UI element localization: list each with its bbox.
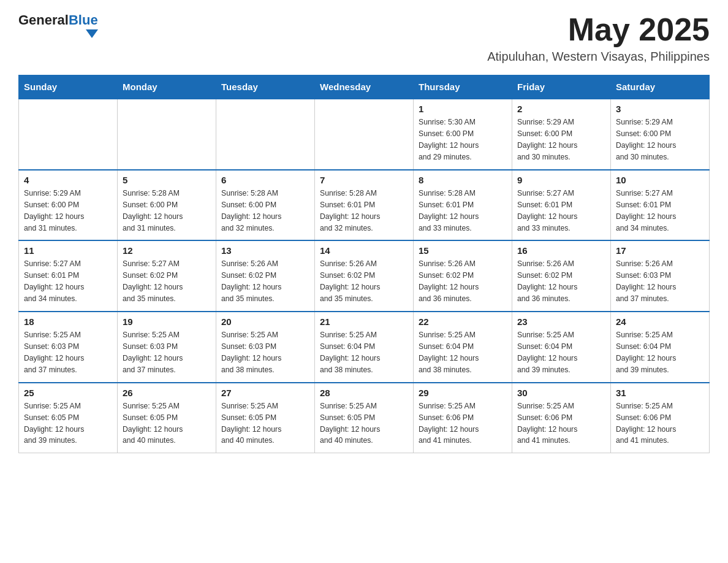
calendar-day-23: 23Sunrise: 5:25 AMSunset: 6:04 PMDayligh… [512,312,611,383]
day-number: 5 [123,175,211,185]
calendar-day-17: 17Sunrise: 5:26 AMSunset: 6:03 PMDayligh… [611,240,710,312]
calendar-day-24: 24Sunrise: 5:25 AMSunset: 6:04 PMDayligh… [611,312,710,383]
day-number: 9 [517,175,605,185]
day-info: Sunrise: 5:28 AMSunset: 6:00 PMDaylight:… [221,188,309,234]
calendar-day-20: 20Sunrise: 5:25 AMSunset: 6:03 PMDayligh… [216,312,315,383]
weekday-header-wednesday: Wednesday [315,75,414,99]
day-number: 26 [123,388,211,398]
weekday-header-tuesday: Tuesday [216,75,315,99]
day-info: Sunrise: 5:28 AMSunset: 6:00 PMDaylight:… [123,188,211,234]
day-number: 2 [517,104,605,114]
calendar-day-10: 10Sunrise: 5:27 AMSunset: 6:01 PMDayligh… [611,170,710,241]
calendar-day-11: 11Sunrise: 5:27 AMSunset: 6:01 PMDayligh… [19,240,118,312]
day-info: Sunrise: 5:26 AMSunset: 6:02 PMDaylight:… [221,258,309,305]
calendar-week-row: 4Sunrise: 5:29 AMSunset: 6:00 PMDaylight… [19,170,710,241]
day-number: 20 [221,316,309,327]
day-number: 6 [221,175,309,185]
calendar-empty-cell [118,99,216,170]
day-number: 24 [616,316,704,327]
calendar-day-26: 26Sunrise: 5:25 AMSunset: 6:05 PMDayligh… [118,383,216,453]
calendar-empty-cell [315,99,414,170]
calendar-day-29: 29Sunrise: 5:25 AMSunset: 6:06 PMDayligh… [414,383,512,453]
day-number: 10 [616,175,704,185]
day-info: Sunrise: 5:27 AMSunset: 6:01 PMDaylight:… [517,188,605,234]
day-number: 14 [320,245,408,256]
calendar-day-25: 25Sunrise: 5:25 AMSunset: 6:05 PMDayligh… [19,383,118,453]
day-number: 27 [221,388,309,398]
calendar-empty-cell [216,99,315,170]
day-number: 30 [517,388,605,398]
weekday-header-saturday: Saturday [611,75,710,99]
day-number: 16 [517,245,605,256]
weekday-header-monday: Monday [118,75,216,99]
day-info: Sunrise: 5:25 AMSunset: 6:04 PMDaylight:… [517,329,605,376]
day-number: 3 [616,104,704,114]
calendar-day-15: 15Sunrise: 5:26 AMSunset: 6:02 PMDayligh… [414,240,512,312]
day-info: Sunrise: 5:25 AMSunset: 6:03 PMDaylight:… [24,329,112,376]
day-number: 31 [616,388,704,398]
day-info: Sunrise: 5:25 AMSunset: 6:06 PMDaylight:… [419,400,507,447]
day-number: 11 [24,245,112,256]
calendar-day-3: 3Sunrise: 5:29 AMSunset: 6:00 PMDaylight… [611,99,710,170]
day-number: 29 [419,388,507,398]
calendar-day-22: 22Sunrise: 5:25 AMSunset: 6:04 PMDayligh… [414,312,512,383]
calendar-week-row: 11Sunrise: 5:27 AMSunset: 6:01 PMDayligh… [19,240,710,312]
logo-general-text: General [18,12,69,28]
day-number: 28 [320,388,408,398]
day-info: Sunrise: 5:25 AMSunset: 6:05 PMDaylight:… [123,400,211,447]
calendar-day-21: 21Sunrise: 5:25 AMSunset: 6:04 PMDayligh… [315,312,414,383]
day-number: 8 [419,175,507,185]
day-info: Sunrise: 5:27 AMSunset: 6:01 PMDaylight:… [24,258,112,305]
day-info: Sunrise: 5:25 AMSunset: 6:05 PMDaylight:… [221,400,309,447]
calendar-day-6: 6Sunrise: 5:28 AMSunset: 6:00 PMDaylight… [216,170,315,241]
page-header: GeneralBlue May 2025 Atipuluhan, Western… [18,12,710,64]
calendar-day-30: 30Sunrise: 5:25 AMSunset: 6:06 PMDayligh… [512,383,611,453]
calendar-day-13: 13Sunrise: 5:26 AMSunset: 6:02 PMDayligh… [216,240,315,312]
calendar-day-27: 27Sunrise: 5:25 AMSunset: 6:05 PMDayligh… [216,383,315,453]
calendar-day-28: 28Sunrise: 5:25 AMSunset: 6:05 PMDayligh… [315,383,414,453]
calendar-day-14: 14Sunrise: 5:26 AMSunset: 6:02 PMDayligh… [315,240,414,312]
day-info: Sunrise: 5:25 AMSunset: 6:04 PMDaylight:… [419,329,507,376]
day-info: Sunrise: 5:29 AMSunset: 6:00 PMDaylight:… [517,117,605,163]
day-number: 13 [221,245,309,256]
day-number: 1 [419,104,507,114]
logo-blue-text: Blue [69,12,98,28]
day-info: Sunrise: 5:27 AMSunset: 6:01 PMDaylight:… [616,188,704,234]
title-block: May 2025 Atipuluhan, Western Visayas, Ph… [487,12,710,64]
day-number: 23 [517,316,605,327]
day-number: 25 [24,388,112,398]
weekday-header-sunday: Sunday [19,75,118,99]
calendar-day-4: 4Sunrise: 5:29 AMSunset: 6:00 PMDaylight… [19,170,118,241]
calendar-day-31: 31Sunrise: 5:25 AMSunset: 6:06 PMDayligh… [611,383,710,453]
calendar-week-row: 1Sunrise: 5:30 AMSunset: 6:00 PMDaylight… [19,99,710,170]
day-info: Sunrise: 5:25 AMSunset: 6:06 PMDaylight:… [517,400,605,447]
day-number: 7 [320,175,408,185]
month-year-title: May 2025 [487,12,710,47]
calendar-day-2: 2Sunrise: 5:29 AMSunset: 6:00 PMDaylight… [512,99,611,170]
day-info: Sunrise: 5:26 AMSunset: 6:02 PMDaylight:… [419,258,507,305]
day-info: Sunrise: 5:25 AMSunset: 6:04 PMDaylight:… [320,329,408,376]
day-info: Sunrise: 5:25 AMSunset: 6:06 PMDaylight:… [616,400,704,447]
calendar-empty-cell [19,99,118,170]
calendar-day-5: 5Sunrise: 5:28 AMSunset: 6:00 PMDaylight… [118,170,216,241]
day-info: Sunrise: 5:28 AMSunset: 6:01 PMDaylight:… [419,188,507,234]
logo: GeneralBlue [18,12,98,38]
day-info: Sunrise: 5:25 AMSunset: 6:03 PMDaylight:… [123,329,211,376]
logo-triangle-icon [86,29,98,38]
location-subtitle: Atipuluhan, Western Visayas, Philippines [487,50,710,64]
calendar-table: SundayMondayTuesdayWednesdayThursdayFrid… [18,75,710,453]
day-number: 17 [616,245,704,256]
day-info: Sunrise: 5:26 AMSunset: 6:02 PMDaylight:… [320,258,408,305]
day-info: Sunrise: 5:25 AMSunset: 6:05 PMDaylight:… [24,400,112,447]
day-number: 22 [419,316,507,327]
day-number: 15 [419,245,507,256]
day-info: Sunrise: 5:25 AMSunset: 6:03 PMDaylight:… [221,329,309,376]
day-number: 19 [123,316,211,327]
day-info: Sunrise: 5:29 AMSunset: 6:00 PMDaylight:… [24,188,112,234]
day-info: Sunrise: 5:25 AMSunset: 6:04 PMDaylight:… [616,329,704,376]
weekday-header-friday: Friday [512,75,611,99]
logo-wordmark: GeneralBlue [18,12,98,38]
weekday-header-thursday: Thursday [414,75,512,99]
day-info: Sunrise: 5:25 AMSunset: 6:05 PMDaylight:… [320,400,408,447]
day-info: Sunrise: 5:26 AMSunset: 6:03 PMDaylight:… [616,258,704,305]
